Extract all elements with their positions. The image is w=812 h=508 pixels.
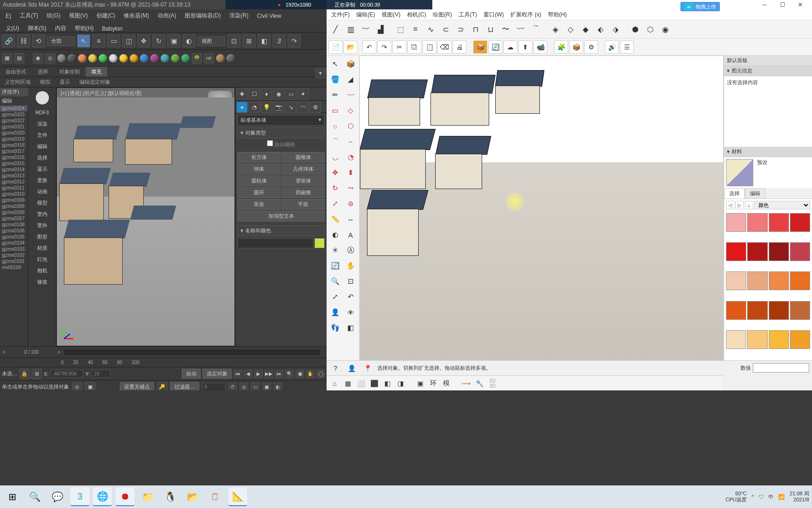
select-icon[interactable]: ↖ — [77, 34, 90, 48]
bind-icon[interactable]: ⟲ — [32, 34, 45, 48]
menu-help[interactable]: 帮助(H) — [71, 23, 98, 34]
pan-icon[interactable]: ✋ — [306, 370, 314, 378]
list-item[interactable]: gjzmx0309 — [0, 197, 28, 203]
mat-brown-icon[interactable] — [216, 54, 225, 63]
zoom-all-icon[interactable]: ◎ — [240, 383, 248, 391]
axes-icon[interactable]: ✳ — [328, 243, 343, 258]
selection-filter-dropdown[interactable]: 全部 — [47, 36, 75, 46]
material-preview[interactable] — [726, 159, 753, 186]
cpu-temp-widget[interactable]: 60°C CPU温度 — [726, 491, 747, 503]
side-transform[interactable]: 变换 — [33, 175, 52, 185]
geo-icon[interactable]: 📍 — [361, 362, 374, 374]
color-swatch[interactable] — [726, 242, 746, 261]
side-camera[interactable]: 相机 — [33, 265, 52, 276]
upload-badge[interactable]: ∞ 拖拽上传 — [680, 2, 720, 11]
tab-objpaint[interactable]: 对象绘制 — [54, 67, 86, 77]
plugin3-icon[interactable]: ◉ — [658, 22, 672, 36]
tape-icon[interactable]: 📏 — [328, 212, 343, 227]
print-icon[interactable]: 🖨 — [453, 40, 467, 54]
select-tool-icon[interactable]: ↖ — [328, 56, 343, 71]
cmd-hierarchy-icon[interactable]: ♦ — [261, 88, 272, 100]
pivot-icon[interactable]: ⊡ — [227, 34, 241, 48]
list-item[interactable]: gjzmx0315 — [0, 160, 28, 167]
scale-tool-icon[interactable]: ⤢ — [328, 196, 343, 211]
side-display[interactable]: 显示 — [33, 164, 52, 174]
cmd-create-icon[interactable]: ✚ — [236, 88, 248, 100]
orbit-icon[interactable]: ◯ — [316, 370, 325, 378]
color-swatch[interactable] — [790, 271, 810, 290]
color-swatch[interactable] — [769, 242, 789, 261]
search-icon[interactable]: 🔍 — [25, 487, 44, 506]
sketchup-viewport[interactable] — [359, 56, 724, 360]
autogrid-checkbox[interactable] — [267, 140, 273, 146]
solid4-icon[interactable]: ⬖ — [593, 22, 608, 36]
cmd-display-icon[interactable]: ▭ — [285, 88, 297, 100]
subtab-sim[interactable]: 模拟 — [35, 77, 55, 87]
style1-icon[interactable]: ⟿ — [460, 377, 472, 389]
cmd-modify-icon[interactable]: ☐ — [249, 88, 260, 100]
timeline-track[interactable] — [64, 349, 320, 355]
color-swatch[interactable] — [726, 271, 746, 290]
circle-icon[interactable]: ○ — [328, 119, 343, 134]
layer-icon[interactable]: ▦ — [2, 53, 12, 64]
tab-freeform[interactable]: 自由形式 — [0, 67, 32, 77]
layer4-icon[interactable]: ⊂ — [438, 22, 453, 36]
side-model[interactable]: 模型 — [33, 198, 52, 208]
select-window-icon[interactable]: ◫ — [122, 34, 135, 48]
object-color-swatch[interactable] — [314, 238, 325, 248]
y-coord-input[interactable] — [92, 370, 110, 378]
explorer-icon[interactable]: 📁 — [138, 487, 157, 506]
erase-icon[interactable]: ⌫ — [437, 40, 452, 54]
btn-pyramid[interactable]: 四棱锥 — [281, 187, 325, 198]
side-render[interactable]: 渲染 — [33, 119, 52, 129]
clock-widget[interactable]: 21:08 周 2021/8 — [789, 491, 809, 503]
solid3-icon[interactable]: ◆ — [578, 22, 593, 36]
su-menu-window[interactable]: 窗口(W) — [481, 10, 507, 20]
ext-mgr-icon[interactable]: 📦 — [569, 40, 583, 54]
schematic-icon[interactable]: ▤ — [14, 53, 24, 64]
mat-grey-icon[interactable] — [57, 54, 66, 63]
color-swatch[interactable] — [790, 301, 810, 320]
share2-icon[interactable]: ⬆ — [518, 40, 532, 54]
orbit-tool-icon[interactable]: 🔄 — [328, 258, 343, 273]
video-icon[interactable]: 📹 — [533, 40, 547, 54]
color-swatch[interactable] — [726, 213, 746, 232]
list-item[interactable]: gjzmx0102 — [0, 252, 28, 258]
su-menu-tools[interactable]: 工具(T) — [456, 10, 480, 20]
protractor-icon[interactable]: ◐ — [328, 227, 343, 242]
solid2-icon[interactable]: ◇ — [563, 22, 578, 36]
list-item[interactable]: gjzmx0101 — [0, 258, 28, 264]
shaded-icon[interactable]: 模 — [440, 377, 453, 389]
cmd-geo-icon[interactable]: ● — [236, 102, 248, 113]
hf-icon[interactable]: HF — [204, 53, 214, 64]
mat-grass-icon[interactable] — [181, 54, 190, 63]
color-swatch[interactable] — [726, 330, 746, 349]
list-item[interactable]: gjzmx0310 — [0, 191, 28, 197]
tray-hdr-entity[interactable]: ▾图元信息 — [724, 66, 812, 76]
side-edit[interactable]: 编辑 — [33, 141, 52, 151]
rdf-icon[interactable] — [36, 91, 49, 104]
person-icon[interactable]: 👤 — [345, 362, 358, 374]
style2-icon[interactable]: 🔧 — [473, 377, 485, 389]
zoomwin-icon[interactable]: ⊡ — [343, 274, 358, 289]
percent-snap-icon[interactable]: ↷ — [288, 34, 301, 48]
subtab-display[interactable]: 显示 — [55, 77, 75, 87]
ext-settings-icon[interactable]: ⚙ — [584, 40, 598, 54]
position-icon[interactable]: 👤 — [328, 305, 343, 320]
minimize-icon[interactable]: ─ — [757, 0, 772, 9]
time-slider[interactable]: < 0 / 100 > — [0, 346, 327, 357]
cmd-space-icon[interactable]: 〰 — [297, 102, 309, 113]
left-icon[interactable]: ◧ — [381, 377, 393, 389]
iso-icon[interactable]: ⌂ — [328, 377, 341, 389]
mat-white-icon[interactable] — [109, 54, 117, 63]
style3-icon[interactable]: 2D3D — [486, 377, 499, 389]
mat-tab-select[interactable]: 选择 — [724, 188, 745, 198]
x-coord-input[interactable] — [50, 370, 83, 378]
refresh-icon[interactable]: 🔄 — [488, 40, 502, 54]
su-menu-camera[interactable]: 相机(C) — [404, 10, 429, 20]
3dtext-icon[interactable]: Ⓐ — [343, 243, 358, 258]
side-interior[interactable]: 室内 — [33, 209, 52, 219]
cmd-helper-icon[interactable]: ↘ — [285, 102, 297, 113]
polygon-icon[interactable]: ⬡ — [343, 119, 358, 134]
list-item[interactable]: gjzmx0316 — [0, 154, 28, 160]
